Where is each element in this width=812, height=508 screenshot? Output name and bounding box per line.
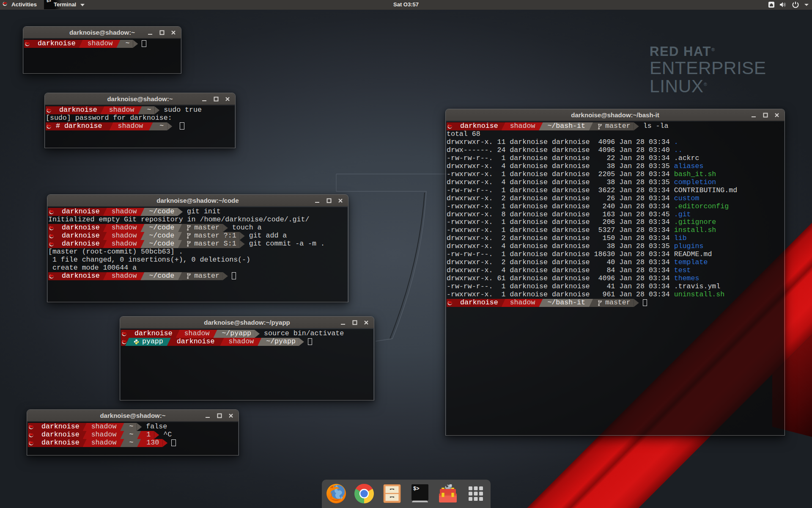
svg-text:$>: $>: [413, 486, 419, 492]
